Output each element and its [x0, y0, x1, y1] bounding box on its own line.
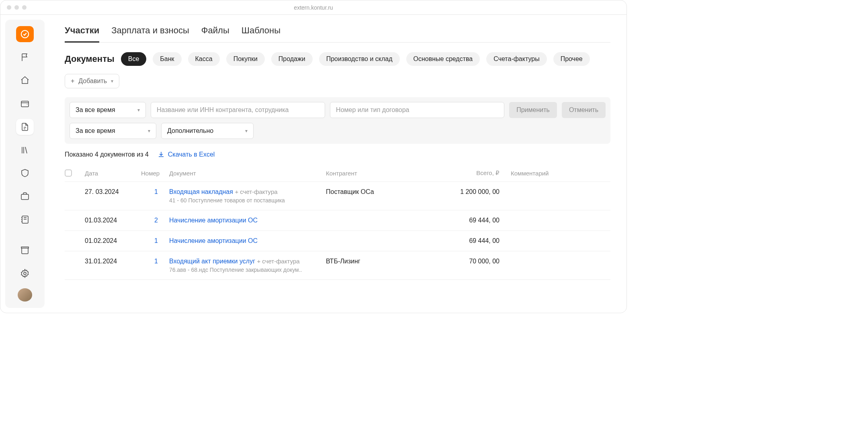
contractor-input[interactable] — [151, 102, 325, 118]
table-row: 31.01.2024 1 Входящий акт приемки услуг … — [65, 251, 610, 280]
svg-rect-2 — [21, 194, 29, 200]
sidebar-logo[interactable] — [16, 26, 34, 42]
chip-production[interactable]: Производство и склад — [319, 52, 400, 66]
browser-window: extern.kontur.ru — [0, 0, 627, 313]
cell-num-link[interactable]: 1 — [154, 237, 158, 244]
filter-chips-row: Документы Все Банк Касса Покупки Продажи… — [65, 52, 610, 66]
cell-doc-suffix: + счет-фактура — [235, 188, 277, 195]
chevron-down-icon: ▾ — [137, 107, 140, 113]
apply-button[interactable]: Применить — [509, 102, 557, 118]
shield-icon[interactable] — [16, 165, 34, 181]
notebook-icon[interactable] — [16, 212, 34, 228]
period-select-2[interactable]: За все время ▾ — [70, 123, 156, 139]
minimize-window-icon[interactable] — [14, 5, 19, 10]
cell-agent: Поставщик ОСа — [326, 188, 442, 196]
table-row: 01.02.2024 1 Начисление амортизации ОС 6… — [65, 231, 610, 251]
cell-doc-sub: 76.авв - 68.ндс Поступление закрывающих … — [169, 267, 326, 273]
gear-icon[interactable] — [16, 265, 34, 281]
tab-templates[interactable]: Шаблоны — [242, 23, 280, 43]
document-icon[interactable] — [16, 119, 34, 135]
cell-num-link[interactable]: 2 — [154, 217, 158, 224]
chip-invoices[interactable]: Счета-фактуры — [486, 52, 547, 66]
table-row: 27. 03.2024 1 Входящая накладная + счет-… — [65, 182, 610, 210]
cell-doc-link[interactable]: Начисление амортизации ОС — [169, 237, 258, 244]
chevron-down-icon: ▾ — [111, 78, 113, 84]
contract-input[interactable] — [330, 102, 504, 118]
main-content: Участки Зарплата и взносы Файлы Шаблоны … — [45, 15, 626, 313]
filter-bar: За все время ▾ Применить Отменить За все… — [65, 97, 610, 144]
download-excel-link[interactable]: Скачать в Excel — [158, 151, 215, 158]
chip-purchases[interactable]: Покупки — [226, 52, 265, 66]
table-row: 01.03.2024 2 Начисление амортизации ОС 6… — [65, 210, 610, 231]
cell-date: 31.01.2024 — [85, 258, 141, 265]
close-window-icon[interactable] — [7, 5, 11, 10]
cell-total: 69 444, 00 — [442, 237, 511, 245]
cell-doc-link[interactable]: Входящая накладная — [169, 188, 233, 195]
chip-other[interactable]: Прочее — [553, 52, 590, 66]
app-body: Участки Зарплата и взносы Файлы Шаблоны … — [0, 15, 626, 313]
user-avatar[interactable] — [18, 288, 32, 302]
url-bar: extern.kontur.ru — [294, 4, 333, 11]
plus-icon: + — [71, 77, 74, 85]
cell-date: 01.02.2024 — [85, 237, 141, 245]
browser-header: extern.kontur.ru — [0, 0, 626, 15]
tab-sections[interactable]: Участки — [65, 23, 99, 43]
additional-select-value: Дополнительно — [167, 127, 213, 134]
col-header-num: Номер — [141, 170, 169, 177]
cell-agent: ВТБ-Лизинг — [326, 258, 442, 265]
briefcase-icon[interactable] — [16, 188, 34, 204]
section-title: Документы — [65, 54, 115, 64]
additional-select[interactable]: Дополнительно ▾ — [161, 123, 254, 139]
tab-files[interactable]: Файлы — [201, 23, 229, 43]
tab-salary[interactable]: Зарплата и взносы — [111, 23, 189, 43]
books-icon[interactable] — [16, 142, 34, 158]
cell-date: 01.03.2024 — [85, 217, 141, 224]
results-count: Показано 4 документов из 4 — [65, 151, 149, 158]
chip-bank[interactable]: Банк — [153, 52, 181, 66]
add-button[interactable]: + Добавить ▾ — [65, 74, 119, 88]
maximize-window-icon[interactable] — [22, 5, 27, 10]
cell-num-link[interactable]: 1 — [154, 188, 158, 195]
add-button-label: Добавить — [78, 77, 107, 85]
chevron-down-icon: ▾ — [148, 128, 150, 134]
cancel-button[interactable]: Отменить — [562, 102, 606, 118]
cell-total: 69 444, 00 — [442, 217, 511, 224]
chip-all[interactable]: Все — [121, 52, 147, 66]
home-icon[interactable] — [16, 73, 34, 89]
svg-rect-1 — [21, 101, 29, 107]
col-header-comment: Комментарий — [511, 170, 610, 177]
col-header-agent: Контрагент — [326, 170, 442, 177]
chip-cash[interactable]: Касса — [188, 52, 220, 66]
download-icon — [158, 151, 165, 158]
chevron-down-icon: ▾ — [245, 128, 248, 134]
cell-doc-link[interactable]: Входящий акт приемки услуг — [169, 258, 255, 265]
chip-sales[interactable]: Продажи — [271, 52, 313, 66]
col-header-doc: Документ — [169, 170, 326, 177]
table-header: Дата Номер Документ Контрагент Всего, ₽ … — [65, 165, 610, 182]
col-header-total: Всего, ₽ — [442, 169, 511, 177]
period-select-1[interactable]: За все время ▾ — [70, 102, 146, 118]
svg-rect-3 — [22, 216, 28, 223]
wallet-icon[interactable] — [16, 96, 34, 112]
tab-bar: Участки Зарплата и взносы Файлы Шаблоны — [65, 23, 610, 43]
cell-doc-link[interactable]: Начисление амортизации ОС — [169, 217, 258, 224]
results-summary-row: Показано 4 документов из 4 Скачать в Exc… — [65, 151, 610, 158]
cell-doc-suffix: + счет-фактура — [257, 258, 299, 265]
cell-doc-sub: 41 - 60 Поступление товаров от поставщик… — [169, 197, 326, 204]
cell-num-link[interactable]: 1 — [154, 258, 158, 265]
select-all-checkbox[interactable] — [65, 169, 72, 177]
cell-date: 27. 03.2024 — [85, 188, 141, 196]
svg-point-4 — [24, 272, 26, 275]
cell-total: 70 000, 00 — [442, 258, 511, 265]
period-select-1-value: За все время — [76, 106, 115, 114]
chip-assets[interactable]: Основные средства — [406, 52, 480, 66]
cell-total: 1 200 000, 00 — [442, 188, 511, 196]
period-select-2-value: За все время — [76, 127, 115, 134]
archive-icon[interactable] — [16, 242, 34, 258]
col-header-date: Дата — [85, 170, 141, 177]
flag-icon[interactable] — [16, 49, 34, 65]
download-excel-label: Скачать в Excel — [168, 151, 215, 158]
sidebar — [5, 20, 45, 308]
traffic-lights — [7, 5, 27, 10]
